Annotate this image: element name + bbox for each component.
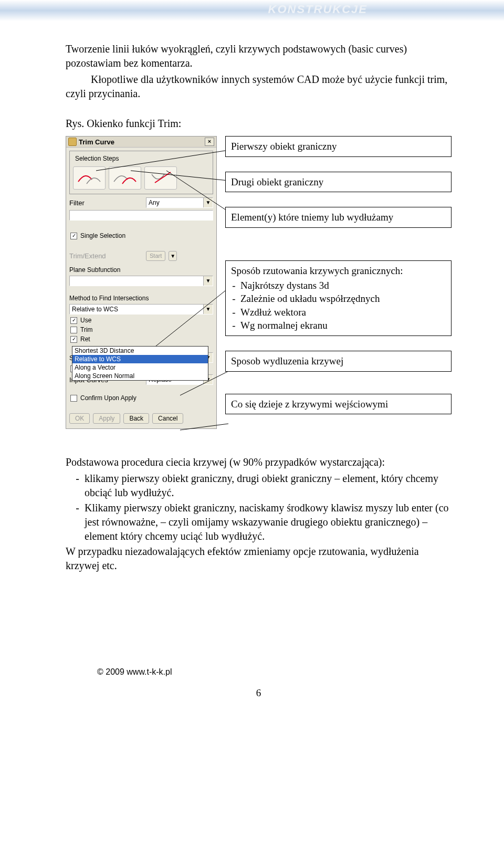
callout-trimmed-element: Element(y) które tniemy lub wydłużamy [225,207,452,228]
apply-button[interactable]: Apply [93,413,120,424]
procedure-tail: W przypadku niezadowalających efektów zm… [66,544,452,573]
filter-value: Any [146,199,203,206]
step-string-to-trim[interactable] [144,166,177,190]
retain-body-label: Ret [80,336,90,343]
step-second-boundary[interactable] [109,166,141,190]
callouts-column: Pierwszy obiekt graniczny Drugi obiekt g… [225,136,452,429]
callout-projection-item: Najkrótszy dystans 3d [240,279,446,292]
callout-projection-item: Wg normalnej ekranu [240,319,446,332]
use-sketch-checkbox[interactable]: Use [70,317,212,324]
ok-button[interactable]: OK [69,413,90,424]
chevron-down-icon[interactable]: ▼ [203,198,213,207]
procedure-step-2: Klikamy pierwszy obiekt graniczny, nacis… [85,501,452,543]
cancel-button[interactable]: Cancel [152,413,183,424]
callout-projection-title: Sposób rzutowania krzywych granicznych: [231,265,403,276]
trim-body-checkbox[interactable]: Trim [70,326,212,333]
method-option[interactable]: Shortest 3D Distance [72,347,208,355]
dialog-title: Trim Curve [79,138,114,146]
method-value: Relative to WCS [70,306,203,313]
callout-second-boundary: Drugi obiekt graniczny [225,172,452,193]
trim-body-label: Trim [80,326,93,333]
callout-extension-method: Sposob wydluzenia krzywej [225,351,452,372]
footer-copyright: © 2009 www.t-k-k.pl [97,667,452,677]
plane-subfunction-label: Plane Subfunction [69,266,120,274]
filter-label: Filter [69,199,143,207]
brand-text: KONSTRUKCJE [268,3,368,16]
callout-input-curves: Co się dzieje z krzywymi wejściowymi [225,394,452,415]
callout-first-boundary: Pierwszy obiekt graniczny [225,136,452,157]
method-combo[interactable]: Relative to WCS▼ [69,304,213,315]
trim-curve-dialog: Trim Curve × Selection Steps [66,136,217,429]
retain-body-checkbox[interactable]: Ret [70,336,212,343]
checkbox-icon [70,317,77,324]
checkbox-icon [70,336,77,343]
callout-projection-item: Wzdłuż wektora [240,306,446,319]
confirm-label: Confirm Upon Apply [80,394,136,402]
selection-steps-label: Selection Steps [73,155,121,162]
page-number: 6 [66,687,452,699]
annotated-diagram: Trim Curve × Selection Steps [66,136,452,429]
checkbox-icon [70,233,77,239]
method-option[interactable]: Along a Vector [72,363,208,372]
filter-combo[interactable]: Any ▼ [146,197,213,208]
method-option[interactable]: Relative to WCS [72,355,208,363]
window-icon [68,138,77,146]
checkbox-icon [70,327,77,333]
step-first-boundary[interactable] [73,166,106,190]
single-selection-checkbox[interactable]: Single Selection [70,232,212,239]
intro-paragraph-2: Kłopotliwe dla użytkowników innych syste… [66,72,452,101]
trim-extend-label: Trim/Extend [69,252,143,260]
close-icon[interactable]: × [205,138,214,146]
single-selection-label: Single Selection [80,232,125,239]
checkbox-icon [70,395,77,402]
back-button[interactable]: Back [123,413,149,424]
use-sketch-label: Use [80,317,91,324]
chevron-down-icon[interactable]: ▼ [203,276,213,286]
chevron-down-icon[interactable]: ▼ [169,251,177,261]
figure-label: Rys. Okienko funkcji Trim: [66,117,452,131]
dialog-titlebar[interactable]: Trim Curve × [66,137,216,148]
procedure-section: Podstawowa procedura ciecia krzywej (w 9… [66,455,452,573]
method-dropdown-list[interactable]: Shortest 3D Distance Relative to WCS Alo… [72,346,208,381]
intro-paragraph-1: Tworzenie linii łuków wyokrągleń, czyli … [66,42,452,70]
method-label: Method to Find Intersections [69,295,149,302]
callout-projection-method: Sposób rzutowania krzywych granicznych: … [225,260,452,336]
page-header: KONSTRUKCJE [0,0,504,21]
trim-extend-button[interactable]: Start [146,251,165,261]
plane-subfunction-combo[interactable]: ▼ [69,276,213,286]
callout-projection-item: Zależnie od układu współrzędnych [240,292,446,306]
procedure-step-1: klikamy pierwszy obiekt graniczny, drugi… [85,471,452,500]
procedure-heading: Podstawowa procedura ciecia krzywej (w 9… [66,455,452,469]
selection-input[interactable] [69,210,213,221]
confirm-upon-apply-checkbox[interactable]: Confirm Upon Apply [70,394,212,402]
selection-steps-group: Selection Steps [69,151,213,194]
method-option[interactable]: Along Screen Normal [72,372,208,380]
chevron-down-icon[interactable]: ▼ [203,305,213,314]
